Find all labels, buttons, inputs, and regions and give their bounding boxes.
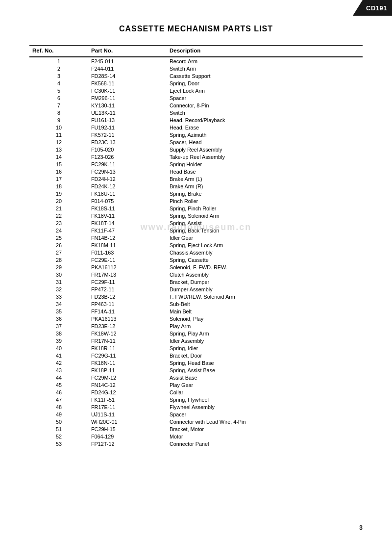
cell-desc: Bracket, Door <box>167 352 363 359</box>
cell-ref: 2 <box>29 65 88 72</box>
cell-ref: 27 <box>29 249 88 256</box>
cell-part: FK18N-11 <box>88 359 167 366</box>
cell-ref: 24 <box>29 227 88 234</box>
cell-part: FC29F-11 <box>88 278 167 285</box>
cell-desc: Motor <box>167 433 363 440</box>
cell-ref: 31 <box>29 278 88 285</box>
table-row: 30FR17M-13Clutch Assembly <box>29 271 363 278</box>
table-row: 46FD24G-12Collar <box>29 388 363 396</box>
cell-ref: 11 <box>29 131 88 138</box>
cell-desc: Eject Lock Arm <box>167 87 363 94</box>
cell-desc: Dumper Assembly <box>167 285 363 293</box>
cell-desc: Connector Panel <box>167 440 363 447</box>
cell-part: F011-163 <box>88 249 167 256</box>
cell-ref: 3 <box>29 72 88 79</box>
cell-part: FK18U-11 <box>88 190 167 197</box>
cell-desc: Spacer, Head <box>167 138 363 146</box>
table-row: 17FD24H-12Brake Arm (L) <box>29 175 363 182</box>
table-row: 31FC29F-11Bracket, Dumper <box>29 278 363 285</box>
cell-ref: 5 <box>29 87 88 94</box>
cell-ref: 15 <box>29 160 88 168</box>
table-row: 41FC29G-11Bracket, Door <box>29 352 363 359</box>
cell-part: FU161-13 <box>88 116 167 124</box>
cell-ref: 12 <box>29 138 88 146</box>
table-row: 43FK18P-11Spring, Assist Base <box>29 366 363 374</box>
cell-ref: 6 <box>29 94 88 102</box>
cell-ref: 46 <box>29 388 88 396</box>
cell-part: F123-026 <box>88 153 167 160</box>
cell-ref: 34 <box>29 300 88 308</box>
table-row: 52F064-129Motor <box>29 433 363 440</box>
table-row: 50WH20C-01Connector with Lead Wire, 4-Pi… <box>29 418 363 425</box>
table-row: 35FF14A-11Main Belt <box>29 308 363 315</box>
cell-ref: 50 <box>29 418 88 425</box>
cell-desc: Play Gear <box>167 381 363 388</box>
cell-desc: Main Belt <box>167 308 363 315</box>
cell-ref: 4 <box>29 79 88 87</box>
cell-desc: Head Base <box>167 168 363 175</box>
cell-part: FU192-11 <box>88 124 167 131</box>
cell-part: FP463-11 <box>88 300 167 308</box>
table-row: 24FK11F-47Spring, Back Tension <box>29 227 363 234</box>
cell-part: FN14B-12 <box>88 234 167 241</box>
table-row: 44FC29M-12Assist Base <box>29 374 363 381</box>
cell-ref: 48 <box>29 403 88 411</box>
table-row: 3FD28S-14Cassette Support <box>29 72 363 79</box>
cell-part: FD23C-13 <box>88 138 167 146</box>
cell-ref: 9 <box>29 116 88 124</box>
page-number: 3 <box>359 524 363 531</box>
table-row: 13F105-020Supply Reel Assembly <box>29 146 363 153</box>
cell-part: FF14A-11 <box>88 308 167 315</box>
cell-part: FK18P-11 <box>88 366 167 374</box>
cell-ref: 39 <box>29 337 88 344</box>
table-row: 11FK572-11Spring, Azimuth <box>29 131 363 138</box>
cell-ref: 33 <box>29 293 88 300</box>
cell-part: FC30K-11 <box>88 87 167 94</box>
cell-desc: Collar <box>167 388 363 396</box>
cell-ref: 36 <box>29 315 88 322</box>
table-row: 6FM296-11Spacer <box>29 94 363 102</box>
cell-desc: Solenoid, F. FWD. REW. <box>167 263 363 271</box>
cell-part: FD28S-14 <box>88 72 167 79</box>
cell-ref: 19 <box>29 190 88 197</box>
table-row: 48FR17E-11Flywheel Assembly <box>29 403 363 411</box>
cell-desc: Solenoid, Play <box>167 315 363 322</box>
cell-desc: Clutch Assembly <box>167 271 363 278</box>
cell-desc: Brake Arm (R) <box>167 182 363 190</box>
cell-desc: Head, Erase <box>167 124 363 131</box>
cell-desc: Bracket, Motor <box>167 425 363 433</box>
table-row: 34FP463-11Sub-Belt <box>29 300 363 308</box>
cell-ref: 42 <box>29 359 88 366</box>
table-row: 39FR17N-11Idler Assembly <box>29 337 363 344</box>
cell-desc: Connector with Lead Wire, 4-Pin <box>167 418 363 425</box>
table-row: 1F245-011Record Arm <box>29 57 363 65</box>
cell-part: F014-075 <box>88 197 167 205</box>
cell-part: FD24K-12 <box>88 182 167 190</box>
cell-desc: Supply Reel Assembly <box>167 146 363 153</box>
cell-part: FK11F-51 <box>88 396 167 403</box>
cell-part: FD24G-12 <box>88 388 167 396</box>
cell-desc: Switch Arm <box>167 65 363 72</box>
cell-desc: Spring, Azimuth <box>167 131 363 138</box>
cell-part: UE13K-11 <box>88 109 167 116</box>
cell-desc: Idler Assembly <box>167 337 363 344</box>
cell-ref: 22 <box>29 212 88 219</box>
cell-ref: 41 <box>29 352 88 359</box>
cell-ref: 7 <box>29 102 88 109</box>
cell-desc: Spring, Cassette <box>167 256 363 263</box>
cell-ref: 17 <box>29 175 88 182</box>
table-row: 21FK18S-11Spring, Pinch Roller <box>29 205 363 212</box>
table-row: 38FK18W-12Spring, Play Arm <box>29 330 363 337</box>
cell-part: WH20C-01 <box>88 418 167 425</box>
cell-part: FP12T-12 <box>88 440 167 447</box>
cell-part: FC29H-15 <box>88 425 167 433</box>
parts-table: Ref. No. Part No. Description 1F245-011R… <box>29 45 363 447</box>
table-row: 23FK18T-14Spring, Assist <box>29 219 363 227</box>
cell-desc: Idler Gear <box>167 234 363 241</box>
table-row: 29PKA16112Solenoid, F. FWD. REW. <box>29 263 363 271</box>
cell-ref: 40 <box>29 344 88 352</box>
table-row: 45FN14C-12Play Gear <box>29 381 363 388</box>
cell-ref: 1 <box>29 57 88 65</box>
cell-part: FK18W-12 <box>88 330 167 337</box>
cell-desc: Record Arm <box>167 57 363 65</box>
